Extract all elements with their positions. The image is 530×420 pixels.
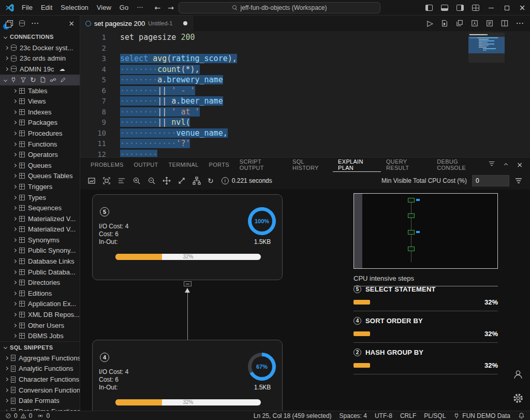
refresh-icon[interactable]: ↻ bbox=[30, 76, 36, 83]
tree-item-application-ex[interactable]: Application Ex... bbox=[0, 299, 80, 310]
maximize-button[interactable] bbox=[499, 0, 514, 16]
toggle-secondary-sidebar-button[interactable] bbox=[452, 0, 468, 16]
unsaved-dot-icon[interactable] bbox=[183, 21, 187, 25]
zoom-out-icon[interactable] bbox=[148, 177, 156, 185]
run-statement-button[interactable]: ▷ bbox=[427, 19, 433, 28]
snippet-item-character-functions[interactable]: Character Functions bbox=[0, 374, 80, 385]
notifications-button[interactable] bbox=[518, 412, 525, 419]
tree-item-packages[interactable]: Packages bbox=[0, 118, 80, 128]
account-button[interactable] bbox=[512, 369, 524, 382]
panel-tab-debug-console[interactable]: DEBUG CONSOLE bbox=[432, 157, 488, 172]
align-icon[interactable] bbox=[117, 177, 126, 185]
snippet-item-date-time-functions[interactable]: Date/Time Functions bbox=[0, 406, 80, 411]
tree-item-materialized-v[interactable]: Materialized V... bbox=[0, 224, 80, 235]
plan-node-5[interactable]: 5I/O Cost: 4Cost: 6In-Out:100%1.5KB32% bbox=[92, 194, 283, 280]
refresh-plan-icon[interactable]: ↻ bbox=[208, 177, 214, 185]
panel-tab-terminal[interactable]: TERMINAL bbox=[164, 157, 204, 172]
sidebar-more-button[interactable]: ··· bbox=[31, 19, 39, 28]
encoding-button[interactable]: UTF-8 bbox=[375, 412, 392, 419]
menu-more-button[interactable]: ··· bbox=[132, 4, 147, 11]
connection-item-admin-19c[interactable]: ADMIN 19c☁ bbox=[0, 64, 80, 75]
toggle-primary-sidebar-button[interactable] bbox=[421, 0, 437, 16]
collapse-handle-icon[interactable] bbox=[184, 281, 192, 286]
panel-tab-explain-plan[interactable]: EXPLAIN PLAN bbox=[333, 157, 381, 172]
code-editor[interactable]: 1set pagesize 20023select avg(rating_sco… bbox=[80, 31, 530, 157]
settings-button[interactable] bbox=[512, 393, 524, 406]
menu-view[interactable]: View bbox=[93, 0, 115, 16]
tree-item-queues-tables[interactable]: Queues Tables bbox=[0, 171, 80, 182]
split-editor-button[interactable] bbox=[501, 20, 508, 27]
snippet-item-aggregate-functions[interactable]: Aggregate Functions bbox=[0, 353, 80, 364]
cpu-step-hash-group-by[interactable]: 2HASH GROUP BY32% bbox=[354, 346, 498, 374]
minimize-button[interactable] bbox=[483, 0, 499, 16]
history-button[interactable] bbox=[486, 20, 493, 27]
workspace-search[interactable]: jeff-fun-db-objects (Workspace) bbox=[179, 2, 380, 13]
maximize-panel-button[interactable] bbox=[504, 163, 508, 166]
edit-icon[interactable] bbox=[60, 77, 66, 83]
tree-item-operators[interactable]: Operators bbox=[0, 149, 80, 160]
explain-plan-canvas[interactable]: 5I/O Cost: 4Cost: 6In-Out:100%1.5KB32%4I… bbox=[80, 190, 530, 411]
link-icon[interactable] bbox=[50, 77, 56, 83]
tree-item-xml-db-repos[interactable]: XML DB Repos... bbox=[0, 309, 80, 320]
snippet-item-date-formats[interactable]: Date Formats bbox=[0, 395, 80, 406]
close-panel-button[interactable]: × bbox=[517, 161, 523, 169]
snippets-section-header[interactable]: SQL SNIPPETS bbox=[0, 341, 80, 353]
problems-button[interactable]: 0 0 bbox=[5, 412, 32, 419]
tree-item-dbms-jobs[interactable]: DBMS Jobs bbox=[0, 330, 80, 341]
language-mode-button[interactable]: PL/SQL bbox=[424, 412, 446, 419]
new-object-icon[interactable] bbox=[40, 77, 46, 83]
export-image-icon[interactable] bbox=[87, 177, 96, 185]
close-sidebar-button[interactable]: × bbox=[68, 19, 75, 27]
panel-menu-icon[interactable] bbox=[488, 160, 495, 169]
panel-tab-script-output[interactable]: SCRIPT OUTPUT bbox=[234, 157, 287, 172]
run-script-button[interactable] bbox=[441, 20, 448, 27]
tree-item-functions[interactable]: Functions bbox=[0, 139, 80, 150]
connections-section-header[interactable]: CONNECTIONS bbox=[0, 31, 80, 42]
connection-button[interactable]: FUN DEMO Data bbox=[453, 412, 510, 419]
tree-item-types[interactable]: Types bbox=[0, 192, 80, 203]
cursor-position-button[interactable]: Ln 25, Col 18 (459 selected) bbox=[254, 412, 332, 419]
resize-icon[interactable] bbox=[178, 177, 186, 185]
tree-item-other-users[interactable]: Other Users bbox=[0, 320, 80, 331]
tree-item-editions[interactable]: Editions bbox=[0, 288, 80, 299]
connection-item-23c-docker-syst[interactable]: 23c Docker syst... bbox=[0, 42, 80, 53]
minimap[interactable] bbox=[468, 33, 505, 100]
panel-tab-sql-history[interactable]: SQL HISTORY bbox=[287, 157, 333, 172]
snippet-item-conversion-functions[interactable]: Conversion Functions bbox=[0, 385, 80, 396]
database-icon[interactable] bbox=[19, 20, 25, 26]
cpu-step-sort-order-by[interactable]: 4SORT ORDER BY32% bbox=[354, 315, 498, 343]
ports-button[interactable]: 0 bbox=[37, 412, 50, 419]
tree-item-sequences[interactable]: Sequences bbox=[0, 202, 80, 213]
menu-file[interactable]: File bbox=[18, 0, 37, 16]
tree-item-views[interactable]: Views bbox=[0, 96, 80, 107]
pan-icon[interactable] bbox=[163, 177, 171, 185]
more-actions-button[interactable]: ··· bbox=[516, 19, 524, 28]
editor-tab[interactable]: set pagesize 200 Untitled-1 bbox=[80, 16, 193, 31]
tree-item-queues[interactable]: Queues bbox=[0, 160, 80, 171]
explorer-icon[interactable]: 1 bbox=[5, 20, 13, 27]
indentation-button[interactable]: Spaces: 4 bbox=[340, 412, 367, 419]
eol-button[interactable]: CRLF bbox=[400, 412, 416, 419]
nav-forward-button[interactable]: → bbox=[168, 4, 174, 12]
hierarchy-icon[interactable] bbox=[193, 177, 201, 185]
chevron-down-icon[interactable] bbox=[4, 78, 7, 82]
connection-item-23c-ords-admin[interactable]: 23c ords admin bbox=[0, 53, 80, 64]
zoom-in-icon[interactable] bbox=[132, 177, 141, 185]
snippet-item-analytic-functions[interactable]: Analytic Functions bbox=[0, 364, 80, 374]
tree-item-database-links[interactable]: Database Links bbox=[0, 256, 80, 267]
tree-item-indexes[interactable]: Indexes bbox=[0, 107, 80, 118]
menu-selection[interactable]: Selection bbox=[56, 0, 92, 16]
plan-node-4[interactable]: 4I/O Cost: 4Cost: 6In-Out:67%1.5KB32% bbox=[92, 340, 283, 411]
export-button[interactable] bbox=[471, 20, 478, 27]
tree-item-synonyms[interactable]: Synonyms bbox=[0, 235, 80, 245]
cpu-step-select-statement[interactable]: 5SELECT STATEMENT32% bbox=[354, 283, 498, 311]
customize-layout-button[interactable] bbox=[468, 0, 483, 16]
menu-edit[interactable]: Edit bbox=[37, 0, 56, 16]
tree-item-public-synony[interactable]: Public Synony... bbox=[0, 245, 80, 256]
close-window-button[interactable]: × bbox=[514, 0, 530, 16]
disconnect-icon[interactable] bbox=[10, 77, 17, 83]
nav-back-button[interactable]: ← bbox=[155, 4, 161, 12]
filter-menu-icon[interactable] bbox=[514, 177, 523, 185]
toggle-panel-button[interactable] bbox=[437, 0, 452, 16]
plan-overview-map[interactable] bbox=[354, 193, 498, 269]
